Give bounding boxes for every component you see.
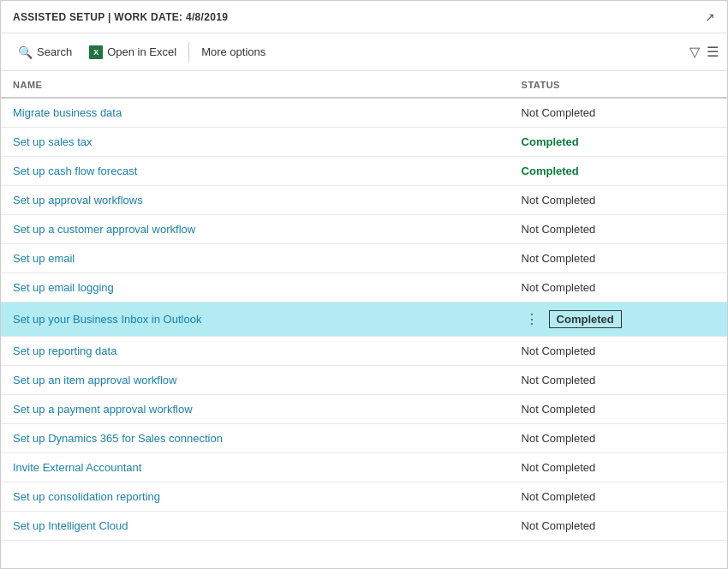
table-container: NAME STATUS Migrate business dataNot Com…	[1, 71, 727, 568]
toolbar: 🔍 Search X Open in Excel More options ▽ …	[1, 33, 727, 71]
col-header-status: STATUS	[510, 71, 727, 98]
row-name: Set up an item approval workflow	[1, 366, 510, 395]
row-status: Not Completed	[510, 424, 727, 453]
toolbar-right: ▽ ☰	[689, 44, 719, 60]
table-row[interactable]: Set up an item approval workflowNot Comp…	[1, 366, 727, 395]
table-body: Migrate business dataNot CompletedSet up…	[1, 98, 727, 541]
row-status: Completed	[510, 157, 727, 186]
table-row[interactable]: Set up approval workflowsNot Completed	[1, 186, 727, 215]
list-settings-icon[interactable]: ☰	[707, 44, 719, 60]
row-status: Not Completed	[510, 482, 727, 512]
row-status: Not Completed	[510, 215, 727, 244]
open-excel-label: Open in Excel	[107, 45, 176, 58]
row-name: Set up a customer approval workflow	[1, 215, 510, 244]
table-row[interactable]: Set up a payment approval workflowNot Co…	[1, 395, 727, 424]
title-bar: ASSISTED SETUP | WORK DATE: 4/8/2019 ↗	[1, 1, 727, 33]
row-status: Not Completed	[510, 453, 727, 482]
table-row[interactable]: Set up emailNot Completed	[1, 244, 727, 273]
row-status: Not Completed	[510, 366, 727, 395]
row-status: Not Completed	[510, 186, 727, 215]
row-name: Set up Dynamics 365 for Sales connection	[1, 424, 510, 453]
row-name: Invite External Accountant	[1, 453, 510, 482]
table-row[interactable]: Migrate business dataNot Completed	[1, 98, 727, 128]
table-row[interactable]: Set up consolidation reportingNot Comple…	[1, 482, 727, 512]
row-name: Set up email	[1, 244, 510, 273]
row-status: Not Completed	[510, 512, 727, 541]
row-status: Not Completed	[510, 395, 727, 424]
row-status: ⋮Completed	[510, 302, 727, 337]
col-header-name: NAME	[1, 71, 510, 98]
row-name: Set up approval workflows	[1, 186, 510, 215]
row-status: Not Completed	[510, 98, 727, 128]
app-container: ASSISTED SETUP | WORK DATE: 4/8/2019 ↗ 🔍…	[0, 0, 728, 569]
table-row[interactable]: Set up Dynamics 365 for Sales connection…	[1, 424, 727, 453]
table-row[interactable]: Set up email loggingNot Completed	[1, 273, 727, 302]
table-row[interactable]: Set up sales taxCompleted	[1, 128, 727, 157]
row-name: Migrate business data	[1, 98, 510, 128]
row-name: Set up sales tax	[1, 128, 510, 157]
search-button[interactable]: 🔍 Search	[9, 42, 81, 63]
more-options-button[interactable]: More options	[193, 42, 274, 62]
row-context-menu-icon[interactable]: ⋮	[522, 311, 542, 327]
row-name: Set up Intelligent Cloud	[1, 512, 510, 541]
expand-icon[interactable]: ↗	[705, 10, 715, 24]
row-name: Set up your Business Inbox in Outlook	[1, 302, 510, 337]
search-label: Search	[37, 45, 72, 58]
open-excel-button[interactable]: X Open in Excel	[81, 42, 185, 63]
setup-table: NAME STATUS Migrate business dataNot Com…	[1, 71, 727, 541]
row-name: Set up email logging	[1, 273, 510, 302]
completed-badge: Completed	[549, 310, 622, 328]
row-status: Not Completed	[510, 273, 727, 302]
row-status: Not Completed	[510, 337, 727, 366]
table-row[interactable]: Set up cash flow forecastCompleted	[1, 157, 727, 186]
row-status: Completed	[510, 128, 727, 157]
table-row[interactable]: Set up reporting dataNot Completed	[1, 337, 727, 366]
filter-icon[interactable]: ▽	[689, 44, 700, 60]
more-options-label: More options	[201, 45, 266, 58]
table-row[interactable]: Set up a customer approval workflowNot C…	[1, 215, 727, 244]
table-row[interactable]: Invite External AccountantNot Completed	[1, 453, 727, 482]
page-title: ASSISTED SETUP | WORK DATE: 4/8/2019	[13, 11, 228, 23]
row-status: Not Completed	[510, 244, 727, 273]
row-name: Set up cash flow forecast	[1, 157, 510, 186]
row-name: Set up a payment approval workflow	[1, 395, 510, 424]
toolbar-divider	[188, 42, 189, 63]
table-row[interactable]: Set up your Business Inbox in Outlook⋮Co…	[1, 302, 727, 337]
search-icon: 🔍	[18, 45, 33, 59]
excel-icon: X	[89, 45, 103, 59]
row-name: Set up reporting data	[1, 337, 510, 366]
table-row[interactable]: Set up Intelligent CloudNot Completed	[1, 512, 727, 541]
table-header-row: NAME STATUS	[1, 71, 727, 98]
row-name: Set up consolidation reporting	[1, 482, 510, 512]
